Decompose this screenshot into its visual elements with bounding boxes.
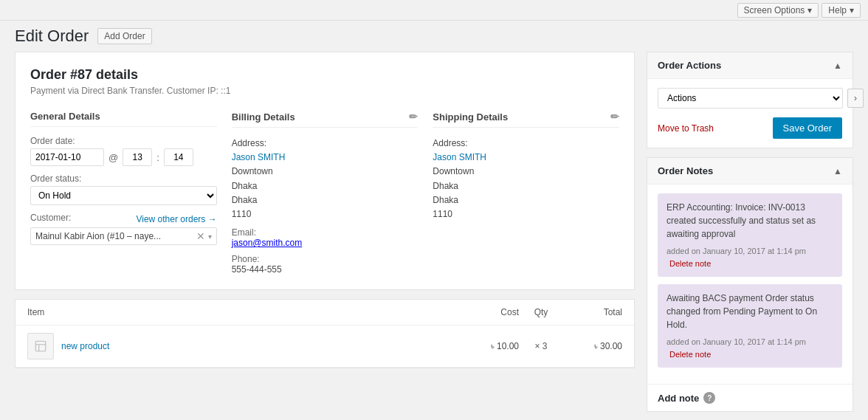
billing-postcode: 1110 bbox=[232, 209, 252, 219]
order-status-label: Order status: bbox=[30, 173, 217, 184]
billing-phone-value: 555-444-555 bbox=[232, 264, 418, 275]
note-text-0: ERP Accounting: Invoice: INV-0013 create… bbox=[666, 201, 833, 241]
order-date-input[interactable] bbox=[30, 148, 104, 166]
billing-line1: Downtown bbox=[232, 166, 273, 176]
actions-footer: Move to Trash Save Order bbox=[658, 117, 842, 139]
order-actions-title: Order Actions bbox=[658, 60, 721, 71]
billing-email-label: Email: bbox=[232, 227, 418, 238]
billing-email-link[interactable]: jason@smith.com bbox=[232, 238, 303, 248]
col-cost: Cost bbox=[460, 307, 519, 317]
screen-options-chevron: ▾ bbox=[807, 5, 812, 16]
item-product-img bbox=[27, 333, 54, 359]
customer-label: Customer: bbox=[30, 213, 71, 223]
billing-edit-icon[interactable]: ✏ bbox=[409, 111, 418, 123]
save-order-button[interactable]: Save Order bbox=[773, 117, 842, 139]
order-status-select[interactable]: On Hold Pending payment Processing Compl… bbox=[30, 186, 217, 205]
billing-state: Dhaka bbox=[232, 195, 258, 205]
details-grid: General Details Order date: @ : bbox=[30, 111, 619, 275]
view-orders-link[interactable]: View other orders → bbox=[136, 214, 216, 224]
main-layout: Order #87 details Payment via Direct Ban… bbox=[0, 52, 868, 420]
customer-group: Customer: View other orders → Mainul Kab… bbox=[30, 213, 217, 245]
billing-phone-label: Phone: bbox=[232, 254, 418, 264]
screen-options-label: Screen Options bbox=[744, 5, 805, 16]
general-details-section: General Details Order date: @ : bbox=[30, 111, 217, 275]
screen-options-button[interactable]: Screen Options ▾ bbox=[737, 3, 819, 18]
time-colon: : bbox=[156, 152, 159, 163]
note-meta-0: added on January 10, 2017 at 1:14 pm Del… bbox=[666, 245, 833, 269]
order-notes-toggle-icon: ▲ bbox=[833, 166, 842, 176]
help-chevron: ▾ bbox=[850, 5, 854, 16]
add-order-button[interactable]: Add Order bbox=[97, 28, 151, 44]
content-area: Order #87 details Payment via Direct Ban… bbox=[15, 52, 635, 420]
billing-name[interactable]: Jason SMITH bbox=[232, 152, 286, 162]
general-details-heading: General Details bbox=[30, 111, 217, 127]
order-actions-box: Order Actions ▲ Actions Email invoice / … bbox=[647, 52, 853, 148]
order-notes-box: Order Notes ▲ ERP Accounting: Invoice: I… bbox=[647, 157, 853, 412]
shipping-name[interactable]: Jason SMITH bbox=[433, 152, 486, 162]
billing-city: Dhaka bbox=[232, 181, 258, 191]
order-subtitle: Payment via Direct Bank Transfer. Custom… bbox=[30, 86, 619, 96]
item-name-link[interactable]: new product bbox=[61, 341, 109, 351]
customer-select-wrapper[interactable]: Mainul Kabir Aion (#10 – naye... ✕ ▾ bbox=[30, 227, 217, 245]
help-label: Help bbox=[828, 5, 847, 16]
actions-select[interactable]: Actions Email invoice / order details to… bbox=[658, 88, 843, 109]
page-title: Edit Order bbox=[15, 27, 89, 46]
col-total: Total bbox=[563, 307, 622, 317]
shipping-edit-icon[interactable]: ✏ bbox=[610, 111, 619, 123]
order-hour-input[interactable] bbox=[123, 148, 152, 166]
billing-details-section: Billing Details ✏ Address: Jason SMITH D… bbox=[232, 111, 418, 275]
order-actions-content: Actions Email invoice / order details to… bbox=[647, 79, 852, 148]
shipping-address: Address: Jason SMITH Downtown Dhaka Dhak… bbox=[433, 137, 619, 221]
item-name-cell: new product bbox=[27, 333, 460, 359]
billing-address: Address: Jason SMITH Downtown Dhaka Dhak… bbox=[232, 137, 418, 221]
at-symbol: @ bbox=[108, 152, 118, 163]
shipping-details-heading: Shipping Details ✏ bbox=[433, 111, 619, 128]
col-qty: Qty bbox=[519, 307, 563, 317]
add-note-help-icon[interactable]: ? bbox=[703, 392, 715, 404]
col-item: Item bbox=[27, 307, 460, 317]
help-button[interactable]: Help ▾ bbox=[822, 3, 861, 18]
shipping-state: Dhaka bbox=[433, 195, 458, 205]
item-total: ৳ 30.00 bbox=[563, 341, 622, 351]
item-qty: × 3 bbox=[519, 341, 563, 351]
note-added-1: added on January 10, 2017 at 1:14 pm bbox=[666, 337, 806, 346]
shipping-line1: Downtown bbox=[433, 166, 474, 176]
customer-arrow-icon[interactable]: ▾ bbox=[208, 233, 212, 241]
order-date-row: @ : bbox=[30, 148, 217, 166]
order-date-group: Order date: @ : bbox=[30, 136, 217, 166]
order-actions-header[interactable]: Order Actions ▲ bbox=[647, 52, 852, 79]
shipping-city: Dhaka bbox=[433, 181, 458, 191]
note-item-1: Awaiting BACS payment Order status chang… bbox=[658, 284, 842, 368]
order-notes-title: Order Notes bbox=[658, 165, 713, 176]
billing-email-value: jason@smith.com bbox=[232, 238, 418, 248]
actions-go-button[interactable]: › bbox=[847, 89, 864, 108]
billing-address-label: Address: bbox=[232, 138, 266, 148]
item-cost: ৳ 10.00 bbox=[460, 341, 519, 351]
order-date-label: Order date: bbox=[30, 136, 217, 146]
billing-details-heading: Billing Details ✏ bbox=[232, 111, 418, 128]
customer-clear-icon[interactable]: ✕ bbox=[196, 230, 205, 242]
note-meta-1: added on January 10, 2017 at 1:14 pm Del… bbox=[666, 336, 833, 360]
page-header: Edit Order Add Order bbox=[0, 21, 868, 52]
actions-select-row: Actions Email invoice / order details to… bbox=[658, 88, 842, 109]
add-note-label: Add note bbox=[658, 393, 699, 404]
note-delete-link-1[interactable]: Delete note bbox=[669, 350, 711, 359]
order-min-input[interactable] bbox=[164, 148, 193, 166]
order-actions-toggle-icon: ▲ bbox=[833, 61, 842, 71]
note-delete-link-0[interactable]: Delete note bbox=[669, 259, 711, 268]
sidebar: Order Actions ▲ Actions Email invoice / … bbox=[647, 52, 853, 420]
shipping-details-section: Shipping Details ✏ Address: Jason SMITH … bbox=[433, 111, 619, 275]
order-title: Order #87 details bbox=[30, 67, 619, 83]
move-to-trash-link[interactable]: Move to Trash bbox=[658, 123, 714, 134]
items-table-header: Item Cost Qty Total bbox=[16, 300, 634, 326]
note-text-1: Awaiting BACS payment Order status chang… bbox=[666, 292, 833, 331]
order-notes-header[interactable]: Order Notes ▲ bbox=[647, 158, 852, 185]
customer-value: Mainul Kabir Aion (#10 – naye... bbox=[35, 231, 193, 241]
note-item-0: ERP Accounting: Invoice: INV-0013 create… bbox=[658, 193, 842, 277]
shipping-address-label: Address: bbox=[433, 138, 467, 148]
items-table-box: Item Cost Qty Total new product ৳ 10.00 … bbox=[15, 299, 635, 368]
shipping-postcode: 1110 bbox=[433, 209, 452, 219]
table-row: new product ৳ 10.00 × 3 ৳ 30.00 bbox=[16, 326, 634, 368]
customer-row: Customer: View other orders → bbox=[30, 213, 217, 225]
add-note-section: Add note ? bbox=[647, 384, 852, 411]
